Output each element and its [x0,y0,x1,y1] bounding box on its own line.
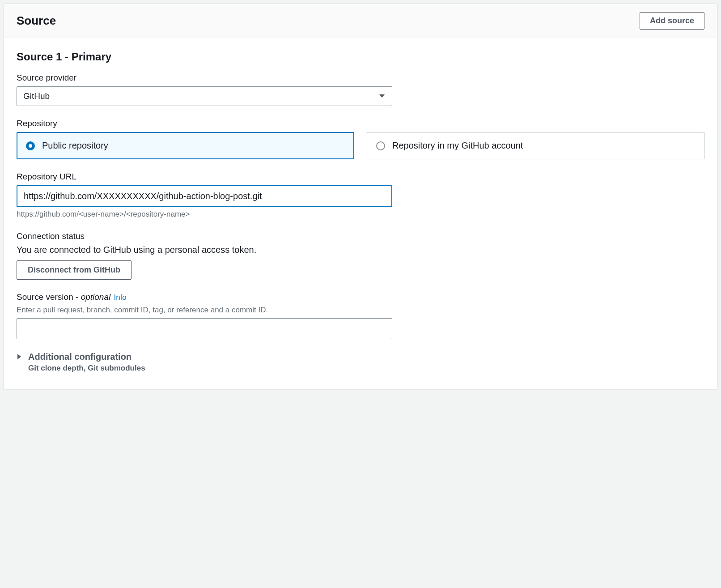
source-version-hint: Enter a pull request, branch, commit ID,… [17,306,704,315]
section-title: Source 1 - Primary [17,51,704,63]
card-title: Source [17,14,56,28]
radio-account-repository[interactable]: Repository in my GitHub account [367,132,704,159]
add-source-button[interactable]: Add source [640,12,704,30]
info-link[interactable]: Info [114,293,126,302]
repository-url-label: Repository URL [17,172,704,182]
chevron-right-icon [17,354,22,362]
repository-label: Repository [17,119,704,128]
connection-status-label: Connection status [17,231,704,241]
source-provider-value: GitHub [23,91,50,101]
radio-unselected-icon [376,141,385,150]
repository-url-hint: https://github.com/<user-name>/<reposito… [17,210,704,219]
repository-url-group: Repository URL https://github.com/<user-… [17,172,704,219]
source-version-label-main: Source version - [17,292,81,302]
source-provider-group: Source provider GitHub [17,73,704,106]
radio-account-label: Repository in my GitHub account [392,141,523,151]
source-card: Source Add source Source 1 - Primary Sou… [4,4,717,389]
repository-group: Repository Public repository Repository … [17,119,704,159]
source-version-input[interactable] [17,318,392,339]
source-version-label-optional: optional [81,292,111,302]
additional-config-title: Additional configuration [28,352,145,362]
disconnect-github-button[interactable]: Disconnect from GitHub [17,260,131,280]
connection-status-text: You are connected to GitHub using a pers… [17,245,704,255]
radio-public-repository[interactable]: Public repository [17,132,354,159]
additional-configuration-toggle[interactable]: Additional configuration Git clone depth… [17,352,704,373]
source-version-group: Source version - optional Info Enter a p… [17,292,704,339]
repository-url-input[interactable] [17,185,392,207]
source-version-label: Source version - optional Info [17,292,704,302]
repository-radio-row: Public repository Repository in my GitHu… [17,132,704,159]
card-body: Source 1 - Primary Source provider GitHu… [4,38,717,389]
card-header: Source Add source [4,4,717,38]
connection-status-group: Connection status You are connected to G… [17,231,704,280]
radio-public-label: Public repository [42,141,108,151]
source-provider-select[interactable]: GitHub [17,86,392,106]
additional-config-subtitle: Git clone depth, Git submodules [28,364,145,373]
radio-selected-icon [26,141,35,150]
source-provider-label: Source provider [17,73,704,83]
